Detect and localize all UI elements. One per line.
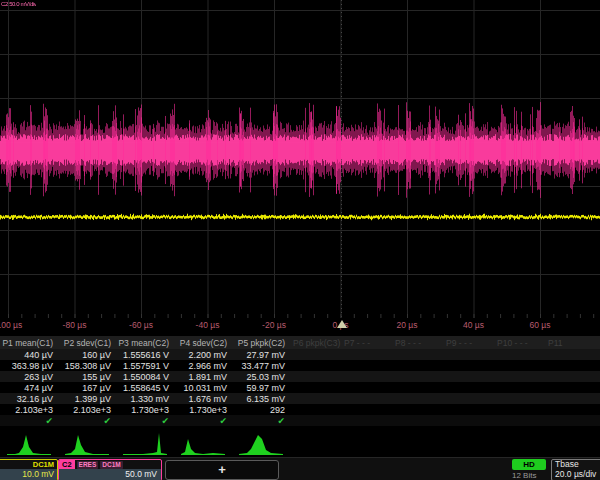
channel-c2-descriptor[interactable]: C2 ERES DC1M 50.0 mV bbox=[58, 459, 162, 480]
measure-stat-row: 32.16 µV1.399 µV1.330 mV1.676 mV6.135 mV bbox=[0, 393, 600, 404]
c1-scale-value: 10.0 mV bbox=[0, 469, 57, 480]
bottom-bar: DC1M 10.0 mV C2 ERES DC1M 50.0 mV + HD 1… bbox=[0, 457, 600, 480]
c2-eres-badge: ERES bbox=[77, 461, 99, 469]
measure-value-r5c2: 1.399 µV bbox=[58, 394, 116, 404]
timebase-descriptor[interactable]: Tbase 20.0 µs/div bbox=[551, 459, 600, 480]
measure-histicon-p5[interactable] bbox=[239, 431, 283, 455]
measure-value-r4c1: 474 µV bbox=[0, 383, 58, 393]
measure-status-ok-p2: ✔ bbox=[58, 416, 116, 426]
channel-c1-descriptor[interactable]: DC1M 10.0 mV bbox=[0, 459, 58, 480]
c1-coupling-label: DC1M bbox=[0, 460, 57, 469]
measure-value-r3c1: 263 µV bbox=[0, 372, 58, 382]
measure-value-r2c3: 1.557591 V bbox=[116, 361, 174, 371]
measure-histicon-p1[interactable] bbox=[7, 431, 51, 455]
measure-status-ok-p1: ✔ bbox=[0, 416, 58, 426]
time-axis-label: -100 µs bbox=[0, 320, 22, 330]
measure-header-p11[interactable]: P11 bbox=[545, 338, 596, 348]
measure-stat-row: 263 µV155 µV1.550084 V1.891 mV25.03 mV bbox=[0, 371, 600, 382]
measure-value-r3c3: 1.550084 V bbox=[116, 372, 174, 382]
measure-header-p3[interactable]: P3 mean(C2) bbox=[116, 338, 174, 348]
time-axis-label: -80 µs bbox=[63, 320, 87, 330]
waveform-grid[interactable] bbox=[0, 0, 600, 318]
measure-value-r5c5: 6.135 mV bbox=[232, 394, 290, 404]
time-axis-label: -40 µs bbox=[196, 320, 220, 330]
measure-value-r4c2: 167 µV bbox=[58, 383, 116, 393]
measure-value-r3c4: 1.891 mV bbox=[174, 372, 232, 382]
measure-value-r6c3: 1.730e+3 bbox=[116, 405, 174, 415]
measure-table: P1 mean(C1)P2 sdev(C1)P3 mean(C2)P4 sdev… bbox=[0, 336, 600, 426]
measure-stat-row: 474 µV167 µV1.558645 V10.031 mV59.97 mV bbox=[0, 382, 600, 393]
measure-stat-row: 363.98 µV158.308 µV1.557591 V2.966 mV33.… bbox=[0, 360, 600, 371]
measure-value-r2c1: 363.98 µV bbox=[0, 361, 58, 371]
time-axis-label: 40 µs bbox=[463, 320, 484, 330]
measure-header-p10[interactable]: P10 - - - bbox=[494, 338, 545, 348]
measure-header-p9[interactable]: P9 - - - bbox=[443, 338, 494, 348]
measure-value-r5c1: 32.16 µV bbox=[0, 394, 58, 404]
trigger-time-marker[interactable] bbox=[337, 320, 347, 328]
measure-value-r6c4: 1.730e+3 bbox=[174, 405, 232, 415]
measure-status-ok-p3: ✔ bbox=[116, 416, 174, 426]
measure-value-r2c2: 158.308 µV bbox=[58, 361, 116, 371]
time-axis-label: 60 µs bbox=[530, 320, 551, 330]
measure-value-r1c5: 27.97 mV bbox=[232, 350, 290, 360]
measure-header-p1[interactable]: P1 mean(C1) bbox=[0, 338, 58, 348]
measure-value-r4c4: 10.031 mV bbox=[174, 383, 232, 393]
measure-value-r5c3: 1.330 mV bbox=[116, 394, 174, 404]
measure-header-p5[interactable]: P5 pkpk(C2) bbox=[232, 338, 290, 348]
measure-header-p6[interactable]: P6 pkpk(C3) bbox=[290, 338, 341, 348]
measure-stat-row: 2.103e+32.103e+31.730e+31.730e+3292 bbox=[0, 404, 600, 415]
measure-status-ok-p4: ✔ bbox=[174, 416, 232, 426]
time-axis-label: -20 µs bbox=[262, 320, 286, 330]
measure-value-r2c5: 33.477 mV bbox=[232, 361, 290, 371]
measure-value-r1c3: 1.555616 V bbox=[116, 350, 174, 360]
measure-header-p2[interactable]: P2 sdev(C1) bbox=[58, 338, 116, 348]
measure-value-r3c2: 155 µV bbox=[58, 372, 116, 382]
measure-histicon-p3[interactable] bbox=[123, 431, 167, 455]
measure-value-r2c4: 2.966 mV bbox=[174, 361, 232, 371]
measure-value-r4c5: 59.97 mV bbox=[232, 383, 290, 393]
c2-scale-value: 50.0 mV bbox=[59, 469, 161, 480]
measure-value-r5c4: 1.676 mV bbox=[174, 394, 232, 404]
measure-value-r1c1: 440 µV bbox=[0, 350, 58, 360]
hd-bits-label: 12 Bits bbox=[512, 471, 536, 480]
measure-header-p4[interactable]: P4 sdev(C2) bbox=[174, 338, 232, 348]
time-axis: -100 µs-80 µs-60 µs-40 µs-20 µs0 µs20 µs… bbox=[0, 318, 600, 334]
measure-value-r3c5: 25.03 mV bbox=[232, 372, 290, 382]
measure-value-r1c4: 2.200 mV bbox=[174, 350, 232, 360]
measure-status-row: ✔✔✔✔✔ bbox=[0, 415, 600, 426]
timebase-label: Tbase bbox=[552, 460, 600, 469]
measure-histicon-p2[interactable] bbox=[65, 431, 109, 455]
measure-value-r1c2: 160 µV bbox=[58, 350, 116, 360]
hd-mode-badge[interactable]: HD bbox=[512, 459, 546, 470]
oscilloscope-screen: C2 50.0 mV/div -100 µs-80 µs-60 µs-40 µs… bbox=[0, 0, 600, 480]
measure-value-r6c2: 2.103e+3 bbox=[58, 405, 116, 415]
measure-histicons bbox=[0, 430, 600, 457]
c2-label: C2 bbox=[59, 460, 75, 469]
measure-header-p8[interactable]: P8 - - - bbox=[392, 338, 443, 348]
c2-coupling-badge: DC1M bbox=[100, 461, 122, 469]
time-axis-label: -60 µs bbox=[129, 320, 153, 330]
measure-value-r4c3: 1.558645 V bbox=[116, 383, 174, 393]
measure-histicon-p4[interactable] bbox=[181, 431, 225, 455]
timebase-value: 20.0 µs/div bbox=[552, 469, 600, 480]
time-axis-label: 20 µs bbox=[397, 320, 418, 330]
measure-stat-row: 440 µV160 µV1.555616 V2.200 mV27.97 mV bbox=[0, 349, 600, 360]
measure-status-ok-p5: ✔ bbox=[232, 416, 290, 426]
measure-value-r6c1: 2.103e+3 bbox=[0, 405, 58, 415]
measure-header-p7[interactable]: P7 - - - bbox=[341, 338, 392, 348]
trace-annotation: C2 50.0 mV/div bbox=[1, 0, 36, 9]
add-trace-button[interactable]: + bbox=[165, 460, 279, 480]
measure-value-r6c5: 292 bbox=[232, 405, 290, 415]
